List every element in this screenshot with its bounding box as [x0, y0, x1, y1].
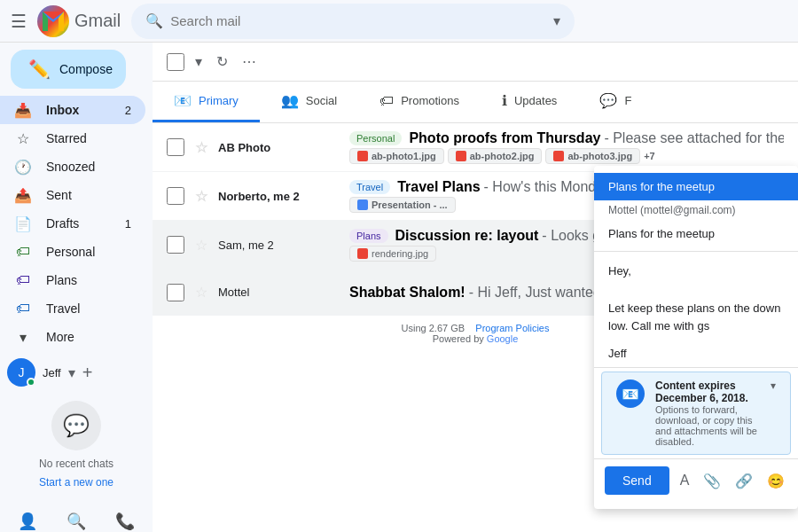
- body-greeting: Hey,: [608, 262, 784, 281]
- starred-icon: ☆: [14, 130, 32, 147]
- email-subject-3: Discussion re: layout: [395, 228, 539, 244]
- email-sender-3: Sam, me 2: [218, 239, 342, 252]
- format-text-icon[interactable]: A: [677, 469, 693, 492]
- more-icon: ▾: [14, 329, 32, 346]
- search-input[interactable]: [170, 13, 546, 28]
- email-checkbox-2[interactable]: [167, 187, 184, 205]
- tab-updates[interactable]: ℹ Updates: [481, 82, 578, 122]
- attachment-name-3a: rendering.jpg: [372, 248, 428, 259]
- tab-promotions[interactable]: 🏷 Promotions: [358, 82, 481, 122]
- email-tag-2: Travel: [349, 180, 390, 194]
- attach-file-icon[interactable]: 📎: [700, 469, 724, 493]
- select-all-dropdown[interactable]: ▾: [192, 50, 206, 74]
- attachment-chip-1a: ab-photo1.jpg: [349, 148, 444, 164]
- attachment-chip-3a: rendering.jpg: [349, 246, 436, 262]
- start-chat-link[interactable]: Start a new one: [39, 476, 113, 489]
- gmail-g-icon: [37, 5, 69, 37]
- dropdown-divider-2: [594, 367, 798, 368]
- send-button[interactable]: Send: [605, 466, 669, 495]
- attachment-chip-1b: ab-photo2.jpg: [448, 148, 543, 164]
- drafts-icon: 📄: [14, 215, 32, 232]
- email-checkbox-4[interactable]: [167, 284, 184, 301]
- notification-body: Options to forward, download, or copy th…: [655, 404, 760, 447]
- email-top-1: Personal Photo proofs from Thursday - Pl…: [349, 130, 784, 146]
- sidebar-item-travel[interactable]: 🏷 Travel: [0, 294, 145, 323]
- program-policies-link[interactable]: Program Policies: [475, 323, 549, 333]
- tab-primary[interactable]: 📧 Primary: [153, 82, 260, 122]
- star-icon-2[interactable]: ☆: [195, 188, 207, 205]
- no-chats-section: 💬 No recent chats Start a new one: [0, 394, 153, 497]
- star-icon-1[interactable]: ☆: [195, 139, 207, 156]
- compose-button[interactable]: ✏️ Compose: [11, 50, 126, 89]
- sidebar-bottom-icons: 👤 🔍 📞: [0, 497, 153, 532]
- online-dot: [27, 378, 35, 387]
- phone-icon[interactable]: 📞: [107, 504, 143, 532]
- search-bar[interactable]: 🔍 ▾: [131, 4, 575, 39]
- send-bar: Send A 📎 🔗 😊 📷 ⋯ 🗑: [594, 458, 798, 502]
- sidebar-item-label-more: More: [46, 330, 131, 344]
- tab-forums[interactable]: 💬 F: [578, 82, 653, 122]
- sidebar-item-sent[interactable]: 📤 Sent: [0, 181, 145, 209]
- updates-tab-icon: ℹ: [502, 92, 507, 109]
- email-subject-1: Photo proofs from Thursday: [409, 130, 600, 146]
- notification-chevron[interactable]: ▾: [771, 379, 776, 392]
- attachment-name-2a: Presentation - ...: [372, 200, 448, 210]
- star-icon-3[interactable]: ☆: [195, 237, 207, 254]
- emoji-icon[interactable]: 😊: [763, 469, 788, 493]
- attach-icon-1b: [456, 151, 466, 161]
- email-area: ▾ ↻ ⋯ 📧 Primary 👥 Social 🏷 Promotions ℹ …: [153, 43, 798, 532]
- sidebar-item-label-snoozed: Snoozed: [46, 160, 131, 174]
- sidebar-item-starred[interactable]: ☆ Starred: [0, 124, 145, 153]
- email-content-1: Personal Photo proofs from Thursday - Pl…: [349, 130, 784, 164]
- promotions-tab-icon: 🏷: [379, 93, 394, 109]
- sidebar-item-plans[interactable]: 🏷 Plans: [0, 266, 145, 294]
- compose-label: Compose: [59, 62, 113, 76]
- search-icon: 🔍: [145, 12, 163, 29]
- sidebar-item-drafts[interactable]: 📄 Drafts 1: [0, 209, 145, 238]
- attachment-name-1b: ab-photo2.jpg: [470, 151, 535, 161]
- user-chevron[interactable]: ▾: [68, 364, 75, 381]
- tab-social[interactable]: 👥 Social: [260, 82, 358, 122]
- dropdown-item-selected[interactable]: Plans for the meetup: [594, 173, 798, 200]
- email-toolbar: ▾ ↻ ⋯: [153, 43, 798, 82]
- extra-count-1: +7: [644, 151, 655, 161]
- sidebar-item-label-inbox: Inbox: [46, 103, 111, 117]
- more-options-button[interactable]: ⋯: [239, 50, 260, 74]
- sidebar-item-snoozed[interactable]: 🕐 Snoozed: [0, 153, 145, 181]
- search-dropdown-icon[interactable]: ▾: [553, 12, 560, 29]
- select-all-checkbox[interactable]: [167, 53, 184, 71]
- dropdown-divider: [594, 251, 798, 252]
- email-subject-2: Travel Plans: [397, 179, 480, 195]
- table-row[interactable]: ☆ AB Photo Personal Photo proofs from Th…: [153, 123, 798, 172]
- sidebar-item-label-sent: Sent: [46, 188, 131, 202]
- dropdown-item-second[interactable]: Plans for the meetup: [594, 220, 798, 247]
- sidebar-item-more[interactable]: ▾ More: [0, 323, 145, 351]
- sidebar-drafts-count: 1: [125, 217, 131, 231]
- contacts-icon[interactable]: 👤: [10, 504, 45, 532]
- forums-tab-icon: 💬: [599, 92, 617, 109]
- main-layout: ✏️ Compose 📥 Inbox 2 ☆ Starred 🕐 Snoozed…: [0, 43, 798, 532]
- link-icon[interactable]: 🔗: [732, 469, 756, 493]
- star-icon-4[interactable]: ☆: [195, 284, 207, 301]
- sidebar-item-label-starred: Starred: [46, 131, 131, 145]
- search-chats-icon[interactable]: 🔍: [59, 504, 94, 532]
- email-sender-1: AB Photo: [218, 141, 342, 154]
- notification-icon: 📧: [616, 379, 645, 408]
- primary-tab-icon: 📧: [174, 92, 192, 109]
- user-name: Jeff: [43, 366, 61, 379]
- social-tab-icon: 👥: [281, 92, 299, 109]
- add-account-button[interactable]: +: [82, 363, 93, 383]
- attachment-name-1a: ab-photo1.jpg: [372, 151, 436, 161]
- sidebar-item-inbox[interactable]: 📥 Inbox 2: [0, 96, 145, 124]
- attach-icon-3a: [357, 248, 368, 259]
- email-checkbox-3[interactable]: [167, 236, 184, 254]
- storage-text: Using 2.67 GB: [402, 323, 466, 333]
- powered-by-text: Powered by: [433, 333, 484, 344]
- refresh-button[interactable]: ↻: [213, 50, 231, 74]
- hamburger-icon[interactable]: ☰: [11, 11, 27, 32]
- sidebar-item-personal[interactable]: 🏷 Personal: [0, 238, 145, 266]
- topbar: ☰ Gmail 🔍 ▾: [0, 0, 798, 43]
- no-chats-text: No recent chats: [14, 458, 138, 470]
- email-checkbox-1[interactable]: [167, 138, 184, 156]
- body-text: Let keep these plans on the down low. Ca…: [608, 300, 784, 337]
